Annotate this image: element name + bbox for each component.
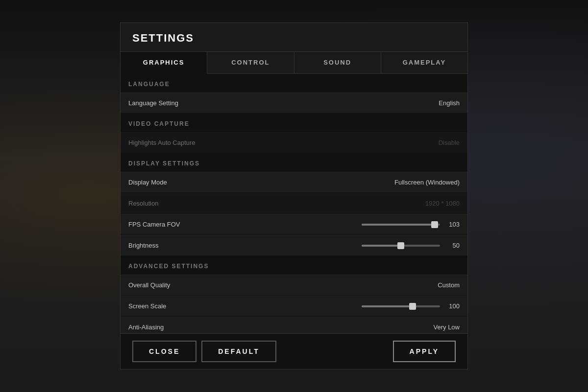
row-overall-quality[interactable]: Overall Quality Custom	[121, 275, 467, 295]
value-overall-quality: Custom	[438, 281, 460, 289]
value-resolution: 1920 * 1080	[425, 200, 460, 207]
slider-fps-camera-fov-fill	[362, 224, 435, 226]
modal-header: SETTINGS	[121, 23, 467, 52]
section-header-display-settings: DISPLAY SETTINGS	[121, 153, 467, 172]
slider-fps-camera-fov-thumb[interactable]	[431, 221, 438, 228]
slider-screen-scale-container: 100	[362, 302, 460, 310]
label-anti-aliasing: Anti-Aliasing	[128, 323, 164, 331]
section-header-advanced-settings: ADVANCED SETTINGS	[121, 256, 467, 275]
value-fps-camera-fov: 103	[445, 221, 460, 228]
slider-screen-scale-thumb[interactable]	[409, 303, 416, 310]
content-area[interactable]: LANGUAGE Language Setting English VIDEO …	[121, 74, 467, 333]
value-language-setting: English	[439, 99, 460, 107]
row-resolution: Resolution 1920 * 1080	[121, 193, 467, 213]
default-button[interactable]: DEFAULT	[201, 341, 276, 362]
row-screen-scale[interactable]: Screen Scale 100	[121, 296, 467, 316]
label-highlights-auto-capture: Highlights Auto Capture	[128, 139, 196, 146]
value-brightness: 50	[445, 242, 460, 249]
slider-brightness-thumb[interactable]	[397, 242, 404, 249]
slider-brightness-fill	[362, 245, 401, 247]
value-highlights-auto-capture: Disable	[439, 139, 460, 146]
section-header-video-capture: VIDEO CAPTURE	[121, 114, 467, 132]
modal-title: SETTINGS	[132, 32, 456, 45]
value-anti-aliasing: Very Low	[434, 323, 460, 331]
tab-gameplay[interactable]: GAMEPLAY	[381, 52, 467, 74]
tab-control[interactable]: CONTROL	[207, 52, 294, 74]
settings-modal: SETTINGS GRAPHICS CONTROL SOUND GAMEPLAY…	[120, 23, 468, 369]
row-highlights-auto-capture: Highlights Auto Capture Disable	[121, 132, 467, 153]
label-overall-quality: Overall Quality	[128, 281, 170, 289]
label-resolution: Resolution	[128, 200, 158, 207]
slider-brightness-container: 50	[362, 242, 460, 249]
tab-graphics[interactable]: GRAPHICS	[121, 52, 207, 74]
footer-left-buttons: CLOSE DEFAULT	[132, 341, 276, 362]
row-fps-camera-fov[interactable]: FPS Camera FOV 103	[121, 214, 467, 234]
row-anti-aliasing[interactable]: Anti-Aliasing Very Low	[121, 317, 467, 333]
modal-footer: CLOSE DEFAULT APPLY	[121, 333, 467, 369]
slider-screen-scale-fill	[362, 305, 413, 307]
label-language-setting: Language Setting	[128, 99, 178, 107]
slider-brightness-track[interactable]	[362, 245, 440, 247]
row-display-mode[interactable]: Display Mode Fullscreen (Windowed)	[121, 172, 467, 192]
row-language-setting[interactable]: Language Setting English	[121, 92, 467, 113]
row-brightness[interactable]: Brightness 50	[121, 235, 467, 255]
apply-button[interactable]: APPLY	[393, 341, 456, 362]
slider-fps-camera-fov-track[interactable]	[362, 224, 440, 226]
tab-sound[interactable]: SOUND	[294, 52, 381, 74]
value-display-mode: Fullscreen (Windowed)	[394, 179, 460, 186]
label-fps-camera-fov: FPS Camera FOV	[128, 221, 180, 228]
slider-fps-camera-fov-container: 103	[362, 221, 460, 228]
tabs-container: GRAPHICS CONTROL SOUND GAMEPLAY	[121, 52, 467, 74]
close-button[interactable]: CLOSE	[132, 341, 196, 362]
label-brightness: Brightness	[128, 242, 158, 249]
slider-screen-scale-track[interactable]	[362, 305, 440, 307]
value-screen-scale: 100	[445, 302, 460, 310]
label-screen-scale: Screen Scale	[128, 302, 166, 310]
section-header-language: LANGUAGE	[121, 74, 467, 92]
label-display-mode: Display Mode	[128, 179, 167, 186]
